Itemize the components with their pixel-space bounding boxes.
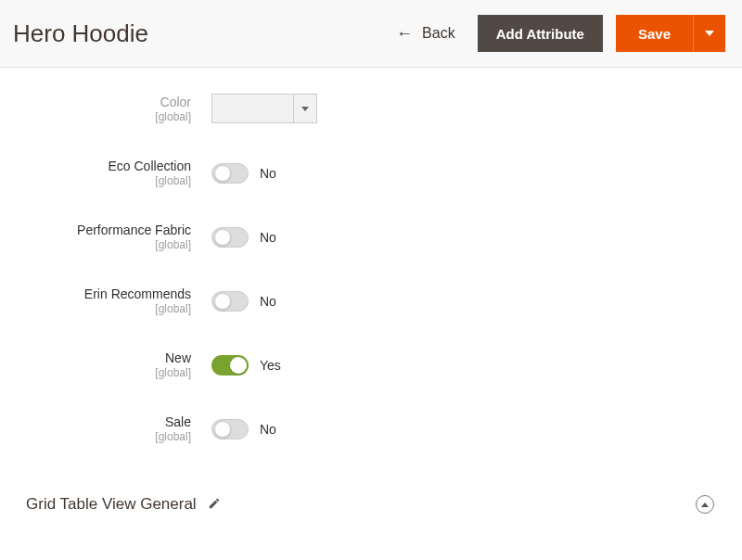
field-new: New [global] Yes bbox=[0, 350, 742, 379]
toggle-state-text: No bbox=[260, 294, 276, 309]
field-performance-fabric: Performance Fabric [global] No bbox=[0, 223, 742, 251]
field-scope: [global] bbox=[0, 174, 191, 187]
field-scope: [global] bbox=[0, 302, 191, 315]
save-dropdown-toggle[interactable] bbox=[694, 15, 725, 52]
page-title: Hero Hoodie bbox=[13, 19, 396, 48]
field-label-col: Performance Fabric [global] bbox=[0, 223, 211, 251]
attributes-form: Color [global] Eco Collection [global] N… bbox=[0, 68, 742, 443]
add-attribute-button[interactable]: Add Attribute bbox=[478, 15, 603, 52]
field-scope: [global] bbox=[0, 366, 191, 379]
new-toggle[interactable] bbox=[211, 355, 249, 375]
section-title: Grid Table View General bbox=[26, 495, 197, 514]
field-erin-recommends: Erin Recommends [global] No bbox=[0, 286, 742, 315]
toggle-state-text: No bbox=[260, 166, 276, 181]
field-scope: [global] bbox=[0, 430, 191, 443]
section-grid-table-view-general[interactable]: Grid Table View General bbox=[0, 478, 742, 527]
field-label-col: New [global] bbox=[0, 350, 211, 379]
field-label-col: Erin Recommends [global] bbox=[0, 286, 211, 315]
color-select[interactable] bbox=[211, 94, 317, 123]
pencil-icon bbox=[208, 497, 221, 513]
field-label: Erin Recommends bbox=[0, 286, 191, 301]
field-eco-collection: Eco Collection [global] No bbox=[0, 159, 742, 187]
field-scope: [global] bbox=[0, 238, 191, 251]
sale-toggle[interactable] bbox=[211, 419, 249, 439]
chevron-down-icon bbox=[293, 94, 317, 123]
field-label: Performance Fabric bbox=[0, 223, 191, 237]
collapse-toggle[interactable] bbox=[696, 495, 714, 514]
field-label: New bbox=[0, 350, 191, 365]
field-label-col: Sale [global] bbox=[0, 414, 211, 443]
performance-fabric-toggle[interactable] bbox=[211, 227, 249, 248]
field-label: Color bbox=[0, 95, 191, 109]
toggle-state-text: No bbox=[260, 230, 276, 245]
toggle-state-text: Yes bbox=[260, 358, 281, 373]
field-scope: [global] bbox=[0, 110, 191, 123]
field-label-col: Color [global] bbox=[0, 95, 211, 123]
chevron-up-icon bbox=[701, 503, 709, 507]
arrow-left-icon: ← bbox=[396, 25, 413, 42]
section-body: Disable Grid Table View [store view] Yes bbox=[0, 527, 742, 560]
toggle-state-text: No bbox=[260, 422, 276, 437]
back-label: Back bbox=[422, 25, 455, 42]
eco-collection-toggle[interactable] bbox=[211, 163, 249, 184]
field-sale: Sale [global] No bbox=[0, 414, 742, 443]
chevron-down-icon bbox=[705, 31, 714, 36]
save-button[interactable]: Save bbox=[616, 15, 694, 52]
field-label: Sale bbox=[0, 414, 191, 429]
back-button[interactable]: ← Back bbox=[396, 25, 455, 42]
field-label-col: Eco Collection [global] bbox=[0, 159, 211, 187]
page-header: Hero Hoodie ← Back Add Attribute Save bbox=[0, 0, 742, 68]
field-color: Color [global] bbox=[0, 94, 742, 123]
color-select-value bbox=[211, 94, 293, 123]
field-label: Eco Collection bbox=[0, 159, 191, 173]
erin-recommends-toggle[interactable] bbox=[211, 291, 249, 312]
